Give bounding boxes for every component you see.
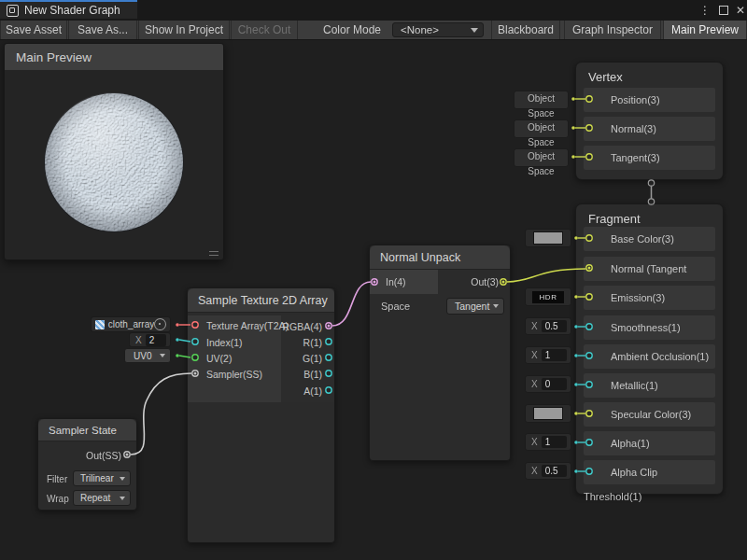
output-label: R(1) bbox=[303, 337, 322, 348]
fragment-row-metallic[interactable]: Metallic(1) bbox=[584, 373, 715, 398]
output-label: G(1) bbox=[303, 353, 322, 364]
output-label: B(1) bbox=[303, 369, 322, 380]
main-preview-panel[interactable]: Main Preview bbox=[4, 43, 224, 260]
blackboard-toggle-button[interactable]: Blackboard bbox=[491, 21, 560, 39]
node-title: Normal Unpack bbox=[370, 245, 510, 270]
stack-link-top bbox=[648, 180, 654, 186]
chevron-down-icon bbox=[471, 28, 478, 33]
fragment-row-alpha[interactable]: Alpha(1) bbox=[584, 431, 715, 455]
preview-sphere[interactable] bbox=[44, 92, 184, 232]
tab-strip: New Shader Graph ⋮ ✕ bbox=[0, 0, 747, 21]
fragment-row-ambient-occlusion[interactable]: Ambient Occlusion(1) bbox=[584, 344, 715, 369]
shader-graph-icon bbox=[7, 5, 19, 17]
tab-title: New Shader Graph bbox=[24, 4, 120, 17]
save-as-button[interactable]: Save As... bbox=[68, 21, 137, 39]
window-menu-icon[interactable]: ⋮ bbox=[698, 3, 712, 18]
wrap-label: Wrap bbox=[47, 494, 69, 504]
position-space-dropdown[interactable]: Object Space bbox=[514, 91, 569, 109]
base-color-field[interactable] bbox=[525, 229, 571, 247]
toolbar: Save Asset Save As... Show In Project Ch… bbox=[0, 21, 747, 40]
color-mode-label: Color Mode bbox=[323, 21, 381, 39]
normal-unpack-node[interactable]: Normal Unpack In(4) Out(3) Space Tangent bbox=[369, 245, 511, 461]
vertex-row-normal[interactable]: Normal(3) bbox=[584, 117, 715, 141]
show-in-project-button[interactable]: Show In Project bbox=[138, 21, 230, 39]
vertex-row-tangent[interactable]: Tangent(3) bbox=[584, 146, 715, 170]
sampler-state-node[interactable]: Sampler State Out(SS) Filter Trilinear W… bbox=[37, 418, 137, 511]
chevron-down-icon bbox=[120, 497, 125, 500]
hdr-badge[interactable]: HDR bbox=[532, 291, 564, 303]
node-title: Sampler State bbox=[38, 419, 136, 441]
alpha-field[interactable]: X 1 bbox=[525, 433, 571, 451]
texture-asset-icon bbox=[95, 320, 105, 329]
index-field[interactable]: X 2 bbox=[129, 332, 171, 347]
ambient-occlusion-field[interactable]: X 1 bbox=[525, 346, 571, 364]
color-swatch[interactable] bbox=[533, 407, 563, 420]
panel-title: Main Preview bbox=[16, 50, 92, 64]
edge-rgba-to-in[interactable] bbox=[332, 282, 371, 326]
fragment-row-base-color[interactable]: Base Color(3) bbox=[584, 227, 715, 251]
object-picker-icon[interactable] bbox=[154, 318, 166, 330]
metallic-field[interactable]: X 0 bbox=[525, 375, 571, 393]
shader-graph-window: New Shader Graph ⋮ ✕ Save Asset Save As.… bbox=[0, 0, 747, 560]
emission-color-field[interactable]: HDR bbox=[525, 287, 571, 306]
check-out-button[interactable]: Check Out bbox=[231, 21, 298, 39]
texture-array-object-field[interactable]: cloth_array bbox=[91, 316, 171, 332]
fragment-row-specular-color[interactable]: Specular Color(3) bbox=[584, 402, 715, 427]
close-icon[interactable]: ✕ bbox=[733, 3, 747, 18]
space-label: Space bbox=[381, 301, 410, 312]
save-asset-button[interactable]: Save Asset bbox=[0, 21, 67, 39]
color-mode-dropdown[interactable]: <None> bbox=[392, 22, 484, 37]
smoothness-field[interactable]: X 0.5 bbox=[525, 317, 571, 335]
vertex-node[interactable]: Vertex Position(3) Normal(3) Tangent(3) bbox=[575, 62, 724, 180]
fragment-row-smoothness[interactable]: Smoothness(1) bbox=[584, 315, 715, 340]
edge-samplerstate-to-sampler[interactable] bbox=[131, 373, 191, 455]
main-preview-toggle-button[interactable]: Main Preview bbox=[663, 21, 747, 39]
edge-out-to-normal[interactable] bbox=[507, 269, 585, 282]
sample-texture-2d-array-node[interactable]: Sample Texture 2D Array Texture Array(T2… bbox=[187, 287, 335, 543]
node-title: Sample Texture 2D Array bbox=[188, 288, 334, 313]
fragment-row-normal[interactable]: Normal (Tangent Space)(3) bbox=[584, 257, 715, 281]
fragment-node[interactable]: Fragment Base Color(3) Normal (Tangent S… bbox=[575, 203, 724, 495]
input-label: Sampler(SS) bbox=[206, 369, 262, 380]
fragment-row-emission[interactable]: Emission(3) bbox=[584, 286, 715, 310]
output-label: RGBA(4) bbox=[282, 321, 322, 332]
input-label: Index(1) bbox=[206, 337, 243, 348]
chevron-down-icon bbox=[493, 304, 499, 308]
output-label: Out(SS) bbox=[86, 450, 121, 461]
normal-space-dropdown[interactable]: Object Space bbox=[514, 119, 569, 138]
chevron-down-icon bbox=[160, 354, 165, 357]
filter-dropdown[interactable]: Trilinear bbox=[73, 470, 131, 486]
output-label: A(1) bbox=[303, 385, 322, 397]
graph-inspector-toggle-button[interactable]: Graph Inspector bbox=[564, 21, 661, 39]
input-label: UV(2) bbox=[206, 353, 232, 364]
wrap-dropdown[interactable]: Repeat bbox=[73, 490, 131, 506]
space-dropdown[interactable]: Tangent bbox=[446, 298, 504, 315]
filter-label: Filter bbox=[47, 474, 67, 484]
tab-new-shader-graph[interactable]: New Shader Graph bbox=[0, 0, 137, 19]
tangent-space-dropdown[interactable]: Object Space bbox=[514, 148, 569, 167]
fragment-row-alpha-clip[interactable]: Alpha Clip Threshold(1) bbox=[584, 460, 715, 484]
input-label: Texture Array(T2A) bbox=[206, 320, 289, 331]
specular-color-field[interactable] bbox=[525, 404, 571, 423]
color-swatch[interactable] bbox=[533, 231, 563, 245]
maximize-icon[interactable] bbox=[716, 3, 731, 18]
resize-grip[interactable] bbox=[209, 251, 218, 256]
chevron-down-icon bbox=[120, 477, 125, 481]
uv-channel-dropdown[interactable]: UV0 bbox=[124, 348, 171, 363]
node-title: Vertex bbox=[576, 63, 723, 90]
output-label: Out(3) bbox=[471, 276, 499, 287]
vertex-row-position[interactable]: Position(3) bbox=[584, 88, 715, 112]
main-preview-header[interactable]: Main Preview bbox=[5, 44, 223, 70]
input-label: In(4) bbox=[386, 276, 406, 287]
alpha-clip-threshold-field[interactable]: X 0.5 bbox=[525, 462, 571, 480]
